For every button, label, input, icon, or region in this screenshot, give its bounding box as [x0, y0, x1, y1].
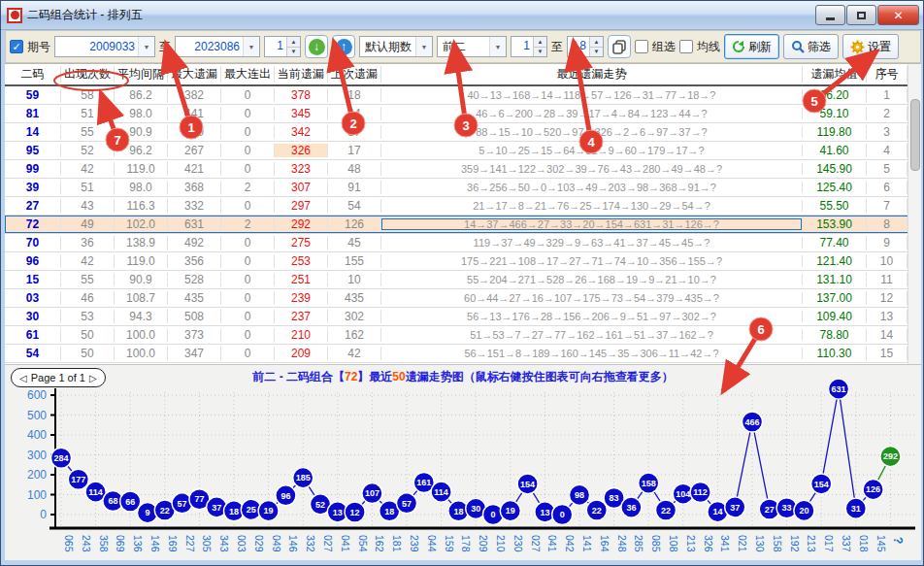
- table-row[interactable]: 9942119.0421032348359→141→122→302→39→76→…: [5, 160, 921, 179]
- junxian-checkbox[interactable]: [679, 40, 693, 53]
- cell-code: 15: [5, 273, 61, 286]
- table-row[interactable]: 815198.044103454446→6→200→28→39→17→4→84→…: [5, 105, 921, 123]
- preset-combo[interactable]: 默认期数 ▼: [359, 36, 433, 57]
- next-period-button[interactable]: ↑: [332, 35, 355, 58]
- table-row[interactable]: 9642119.03560253155175→221→108→17→27→71→…: [5, 252, 921, 271]
- range-from-spinner[interactable]: 1 ▲▼: [511, 36, 547, 57]
- cell-code: 30: [5, 310, 61, 323]
- spin-up-icon[interactable]: ▲: [534, 37, 546, 48]
- refresh-button[interactable]: 刷新: [724, 34, 779, 59]
- cell-max_streak: 0: [221, 310, 275, 323]
- cell-last_miss: 17: [328, 144, 381, 157]
- cell-cur_miss: 345: [275, 107, 328, 120]
- column-header-6[interactable]: 上次遗漏: [328, 66, 381, 83]
- maximize-button[interactable]: [846, 5, 876, 25]
- y-tick-label: 300: [27, 449, 47, 462]
- table-row[interactable]: 955296.22670326175→10→25→15→64→32→9→60→1…: [5, 142, 921, 160]
- column-header-9[interactable]: 序号: [867, 66, 908, 83]
- cell-cur_miss: 307: [275, 181, 328, 194]
- table-row[interactable]: 2743116.333202975421→17→8→21→76→25→174→1…: [5, 197, 921, 216]
- table-row[interactable]: 7249102.0631229212614→37→466→27→33→20→15…: [5, 216, 921, 234]
- cell-cur_miss: 378: [275, 88, 328, 102]
- title-bar: 二码组合统计 - 排列五 ✕: [1, 1, 924, 30]
- cell-idx: 8: [867, 217, 908, 231]
- x-tick-label: 230: [512, 535, 524, 552]
- table-row[interactable]: 305394.3508023730256→13→176→28→156→206→9…: [5, 308, 921, 326]
- data-point-value: 57: [178, 499, 187, 509]
- x-tick-label: 065: [63, 535, 75, 552]
- y-tick-label: 200: [27, 468, 47, 482]
- column-header-8[interactable]: 遗漏均值: [803, 66, 867, 83]
- spin-up-icon[interactable]: ▲: [590, 37, 603, 48]
- trend-chart[interactable]: 0100200300400500600065243358069136146169…: [5, 365, 921, 560]
- period-from-combo[interactable]: 2009033 ▼: [54, 36, 155, 57]
- cell-max_streak: 0: [221, 125, 275, 139]
- cell-cur_miss: 237: [275, 310, 328, 323]
- period-to-combo[interactable]: 2023086 ▼: [175, 36, 260, 57]
- settings-button[interactable]: 设置: [842, 34, 899, 59]
- settings-label: 设置: [868, 39, 891, 55]
- column-header-3[interactable]: 最大遗漏: [168, 66, 221, 83]
- cell-max_miss: 520: [168, 125, 221, 139]
- cell-max_miss: 492: [168, 236, 221, 250]
- spin-down-icon[interactable]: ▼: [590, 48, 603, 57]
- cell-avg_miss: 59.10: [803, 107, 867, 120]
- table-row[interactable]: 5450100.034702094256→151→8→189→160→145→3…: [5, 345, 921, 363]
- vertical-scrollbar[interactable]: [908, 64, 921, 365]
- step-spinner[interactable]: 1 ▲▼: [264, 36, 301, 57]
- cell-avg_miss: 110.30: [803, 347, 867, 360]
- table-row[interactable]: 155590.952802511055→204→271→528→26→168→1…: [5, 271, 921, 289]
- data-point-value: 52: [315, 500, 325, 510]
- prev-period-button[interactable]: ↓: [305, 35, 328, 58]
- copy-button[interactable]: [608, 35, 631, 58]
- cell-max_streak: 0: [221, 291, 275, 305]
- close-button[interactable]: ✕: [877, 5, 919, 25]
- cell-code: 59: [5, 88, 61, 102]
- column-header-7[interactable]: 最近遗漏走势: [381, 66, 803, 83]
- table-row[interactable]: 7036138.9492027545119→37→49→329→9→63→41→…: [5, 234, 921, 252]
- x-tick-label: 146: [149, 535, 161, 552]
- data-point-value: 18: [384, 507, 394, 516]
- spin-down-icon[interactable]: ▼: [287, 48, 300, 57]
- cell-count: 49: [61, 217, 115, 231]
- column-header-2[interactable]: 平均间隔: [115, 66, 168, 83]
- spin-up-icon[interactable]: ▲: [287, 37, 300, 48]
- table-row[interactable]: 595886.238203781840→13→168→14→118→57→126…: [5, 86, 921, 105]
- table-row[interactable]: 0346108.7435023943560→44→27→16→107→175→7…: [5, 289, 921, 308]
- position-combo[interactable]: 前二 ▼: [437, 36, 507, 57]
- cell-count: 42: [61, 162, 115, 176]
- zuxuan-label: 组选: [652, 39, 676, 55]
- column-header-1[interactable]: 出现次数: [61, 66, 115, 83]
- data-point-value: 18: [453, 507, 463, 516]
- x-tick-label: 027: [530, 535, 542, 552]
- filter-button[interactable]: 筛选: [783, 34, 839, 59]
- spin-down-icon[interactable]: ▼: [534, 48, 546, 57]
- cell-avg_miss: 145.90: [803, 162, 867, 176]
- cell-last_miss: 45: [328, 236, 381, 250]
- cell-avg_gap: 86.2: [115, 88, 168, 102]
- period-checkbox[interactable]: ✓: [10, 40, 23, 53]
- column-header-5[interactable]: 当前遗漏: [275, 66, 328, 83]
- cell-max_streak: 0: [221, 236, 275, 250]
- x-tick-label: 027: [322, 535, 334, 552]
- column-header-4[interactable]: 最大连出: [221, 66, 275, 83]
- cell-max_streak: 2: [221, 217, 275, 231]
- data-point-value: 77: [194, 494, 204, 504]
- chart-title-code: 72: [345, 370, 357, 383]
- minimize-button[interactable]: [815, 5, 845, 25]
- cell-last_miss: 155: [328, 254, 381, 268]
- magnifier-icon: [791, 40, 805, 53]
- data-point-value: 0: [560, 510, 565, 519]
- cell-max_streak: 2: [221, 181, 275, 194]
- column-header-0[interactable]: 二码: [5, 66, 61, 83]
- data-point-value: 161: [416, 478, 431, 487]
- table-row[interactable]: 145590.952003423788→15→10→520→97→326→2→6…: [5, 123, 921, 142]
- minimize-icon: [826, 17, 835, 20]
- cell-code: 99: [5, 162, 61, 176]
- zuxuan-checkbox[interactable]: [635, 40, 648, 53]
- scrollbar-thumb[interactable]: [910, 99, 920, 171]
- table-row[interactable]: 395198.036823079136→256→50→0→103→49→203→…: [5, 179, 921, 197]
- table-row[interactable]: 6150100.0373021016251→53→7→27→77→162→161…: [5, 326, 921, 345]
- range-to-spinner[interactable]: 8 ▲▼: [567, 36, 604, 57]
- cell-last_miss: 48: [328, 162, 381, 176]
